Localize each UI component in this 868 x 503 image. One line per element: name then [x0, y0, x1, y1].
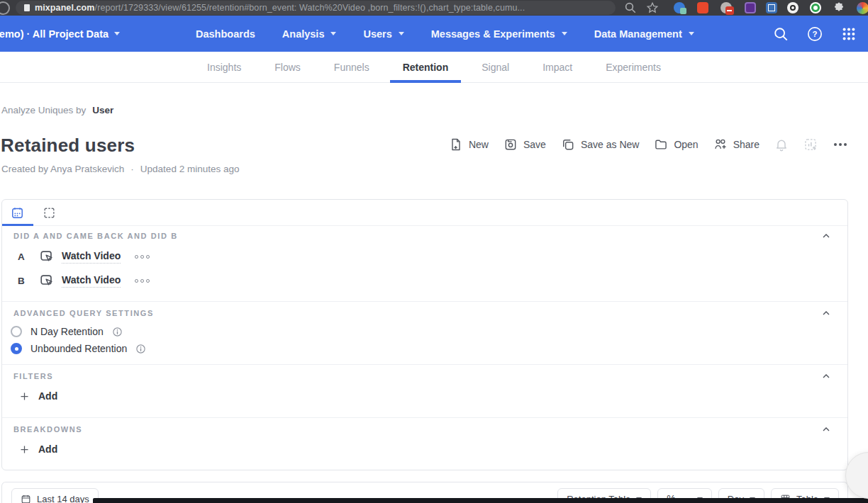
nav-item-messages-experiments[interactable]: Messages & Experiments	[431, 28, 567, 40]
help-icon[interactable]: ?	[807, 26, 823, 42]
divider	[2, 417, 847, 418]
extension-icon-7[interactable]	[810, 2, 821, 13]
retention-builder-icon[interactable]	[11, 206, 24, 220]
share-users-icon	[713, 137, 728, 152]
extension-icon-5[interactable]	[766, 2, 777, 13]
collapse-chevron-icon[interactable]	[820, 424, 832, 435]
help-launcher-button[interactable]	[845, 452, 868, 499]
add-breakdown-button[interactable]: Add	[19, 443, 57, 455]
action-label: Share	[733, 139, 760, 150]
page-title: Retained users	[1, 135, 135, 157]
event-selector[interactable]: Watch Video	[62, 250, 121, 264]
nav-label: Messages & Experiments	[431, 28, 555, 40]
address-bar[interactable]: mixpanel.com/report/1729333/view/61255/r…	[16, 1, 616, 15]
reload-icon[interactable]	[0, 1, 10, 15]
add-label: Add	[38, 443, 57, 455]
builder-mode-tabs	[2, 200, 847, 226]
more-options-button[interactable]	[833, 140, 848, 149]
selection-box-icon[interactable]	[43, 206, 56, 220]
section-title-did-a-b: DID A AND CAME BACK AND DID B	[13, 232, 178, 240]
open-button[interactable]: Open	[654, 137, 698, 152]
radio-label: Unbounded Retention	[30, 343, 127, 354]
nav-label: Dashboards	[196, 28, 255, 40]
action-label: New	[469, 139, 489, 150]
row-options-button[interactable]	[135, 255, 150, 259]
collapse-chevron-icon[interactable]	[820, 307, 832, 319]
info-icon[interactable]	[112, 327, 123, 337]
bookmark-star-icon[interactable]	[646, 1, 659, 14]
tab-label: Impact	[542, 62, 572, 73]
tab-experiments[interactable]: Experiments	[606, 52, 661, 83]
section-title-filters: FILTERS	[13, 372, 53, 380]
project-selector-label: demo) · All Project Data	[0, 28, 108, 40]
info-icon[interactable]	[135, 344, 146, 354]
alerts-bell-button[interactable]	[774, 137, 789, 152]
add-filter-button[interactable]: Add	[19, 390, 57, 402]
project-selector[interactable]: demo) · All Project Data	[0, 16, 120, 52]
nav-label: Analysis	[282, 28, 325, 40]
folder-icon	[654, 137, 668, 152]
plus-icon	[19, 391, 30, 402]
tab-signal[interactable]: Signal	[482, 52, 509, 83]
tab-flows[interactable]: Flows	[274, 52, 301, 83]
search-icon[interactable]	[624, 1, 637, 14]
action-label: Save	[523, 139, 546, 150]
tab-funnels[interactable]: Funnels	[334, 52, 369, 83]
date-range-label: Last 14 days	[37, 494, 89, 503]
extension-icon-1[interactable]	[674, 2, 685, 13]
event-selector[interactable]: Watch Video	[62, 274, 121, 288]
radio-unbounded-retention[interactable]: Unbounded Retention	[11, 343, 146, 354]
dock-strip	[93, 498, 868, 503]
nav-item-dashboards[interactable]: Dashboards	[196, 28, 255, 40]
top-navigation: demo) · All Project Data Dashboards Anal…	[0, 16, 868, 52]
row-letter: B	[18, 276, 28, 286]
tab-retention[interactable]: Retention	[403, 52, 449, 83]
tab-label: Flows	[274, 62, 301, 73]
apps-grid-icon[interactable]	[841, 26, 857, 42]
tab-impact[interactable]: Impact	[542, 52, 572, 83]
tab-label: Funnels	[334, 62, 369, 73]
app-root: mixpanel.com/report/1729333/view/61255/r…	[0, 0, 868, 503]
tab-label: Experiments	[606, 62, 661, 73]
extensions-puzzle-icon[interactable]	[833, 1, 845, 14]
share-button[interactable]: Share	[713, 137, 760, 152]
radio-label: N Day Retention	[30, 326, 104, 337]
analyze-entity-selector[interactable]: User	[92, 105, 113, 115]
row-options-button[interactable]	[135, 279, 150, 283]
plus-icon	[19, 444, 30, 455]
extension-icon-3[interactable]	[720, 2, 732, 13]
nav-item-data-management[interactable]: Data Management	[594, 28, 694, 40]
collapse-chevron-icon[interactable]	[820, 230, 832, 242]
query-builder-card: DID A AND CAME BACK AND DID B A Watch Vi…	[1, 199, 848, 470]
save-as-new-button[interactable]: Save as New	[561, 137, 639, 152]
profile-avatar[interactable]	[857, 2, 868, 14]
action-label: Save as New	[581, 139, 639, 150]
extension-icon-4[interactable]	[745, 2, 756, 13]
add-to-board-button[interactable]	[803, 137, 818, 152]
nav-label: Users	[363, 28, 391, 40]
new-button[interactable]: New	[449, 137, 489, 152]
report-type-tabs: Insights Flows Funnels Retention Signal …	[0, 52, 868, 83]
nav-item-users[interactable]: Users	[363, 28, 404, 40]
file-plus-icon	[449, 137, 463, 152]
extension-icon-2[interactable]	[697, 2, 708, 13]
nav-item-analysis[interactable]: Analysis	[282, 28, 337, 40]
tab-insights[interactable]: Insights	[207, 52, 241, 83]
page-icon	[24, 4, 30, 11]
date-range-button[interactable]: Last 14 days	[11, 488, 99, 503]
url-path: /report/1729333/view/61255/retention#bor…	[95, 3, 525, 13]
extension-icon-6[interactable]	[787, 2, 799, 13]
divider	[2, 301, 847, 302]
tab-label: Insights	[207, 62, 241, 73]
add-label: Add	[38, 390, 57, 402]
tab-label: Retention	[403, 62, 449, 73]
calendar-icon	[21, 494, 31, 503]
radio-n-day-retention[interactable]: N Day Retention	[11, 326, 123, 337]
collapse-chevron-icon[interactable]	[820, 371, 832, 382]
bell-icon	[774, 137, 789, 152]
search-icon[interactable]	[773, 26, 789, 42]
byline-separator: ·	[130, 164, 134, 174]
save-button[interactable]: Save	[503, 137, 546, 152]
section-title-breakdowns: BREAKDOWNS	[13, 425, 82, 434]
compare-report-icon	[803, 137, 818, 152]
